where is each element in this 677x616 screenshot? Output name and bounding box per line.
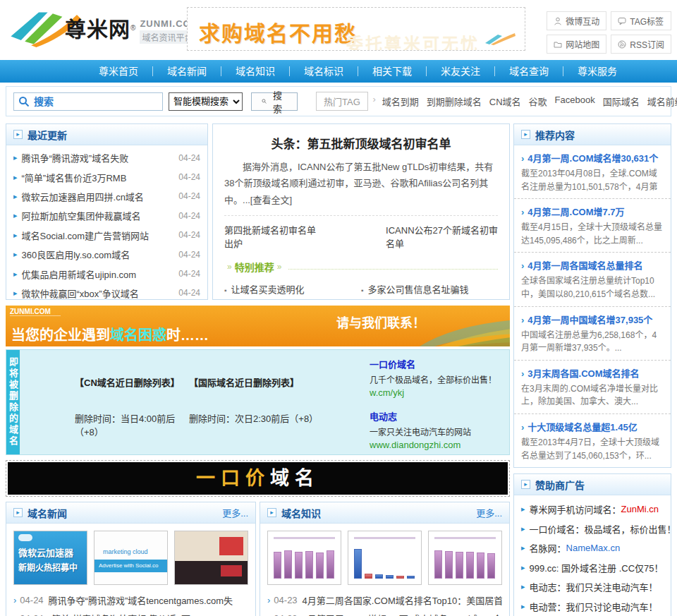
- nav-whois[interactable]: 域名查询: [495, 60, 563, 83]
- nav-logos[interactable]: 域名标识: [290, 60, 358, 83]
- arrow-icon: ›: [521, 153, 524, 164]
- list-item[interactable]: ▸360良医启用ly.so.com域名04-24: [13, 245, 200, 264]
- hot-tag[interactable]: Facebook: [555, 95, 595, 108]
- list-item[interactable]: ›04-24腾讯争夺“腾讯游戏”域名tencentgames.com失: [13, 591, 248, 609]
- recommend-entry[interactable]: ›4月第二周.COM增7.7万 截至4月15日，全球十大顶级域名总量达145,0…: [514, 199, 671, 253]
- search-icon: [18, 96, 30, 107]
- entry-title: 4月第一周各国域名总量排名: [527, 260, 642, 271]
- hot-tag[interactable]: 域名前缀: [647, 95, 677, 108]
- nav-knowledge[interactable]: 域名知识: [221, 60, 289, 83]
- chart-thumbnail[interactable]: [267, 531, 341, 585]
- hot-tags: 域名到期 到期删除域名 CN域名 谷歌 Facebook 国际域名 域名前缀: [382, 95, 677, 108]
- banner-swoosh-icon: [484, 32, 516, 46]
- news-thumbnail[interactable]: marketing cloud Advertise with Social.co: [94, 531, 168, 585]
- recommend-entry[interactable]: ›3月末周各国.COM域名排名 在3月末周的.COM域名净增长量对比上，除加美国…: [514, 361, 671, 414]
- recommend-entry[interactable]: ›十大顶级域名总量超1.45亿 截至2013年4月7日，全球十大顶级域名总量达到…: [514, 414, 671, 467]
- arrow-bullet-icon: ▸: [13, 173, 18, 182]
- sub-link[interactable]: ICANN公布27个新域名初审名单: [386, 223, 498, 250]
- list-item[interactable]: ▸一口价域名：极品域名，标价出售！: [521, 519, 664, 539]
- quick-link-label: 微博互动: [566, 15, 599, 27]
- more-link[interactable]: 更多...: [222, 506, 248, 519]
- list-item[interactable]: ▸“简单”域名售价近3万RMB04-24: [13, 167, 200, 186]
- thumb-caption: 微软云加速器: [18, 545, 83, 559]
- list-item[interactable]: ▸尊米网手机访问域名：ZunMi.cn: [521, 500, 664, 519]
- domain-knowledge-panel: ▸ 域名知识 更多... ›04-234月第二周各国家.C: [260, 502, 510, 616]
- ad-url-link[interactable]: www.diandongzhi.com: [370, 440, 526, 450]
- sub-link[interactable]: 第四批新域名初审名单出炉: [224, 223, 319, 250]
- list-item[interactable]: ›04-24“简单”拼音域名海外亮相 售价近3万RMB: [13, 609, 248, 616]
- more-link[interactable]: 更多...: [476, 506, 502, 519]
- intl-delete-title[interactable]: 【国际域名近日删除列表】: [189, 375, 365, 389]
- nav-home[interactable]: 尊米首页: [85, 60, 152, 83]
- header-ad-banner[interactable]: 求购域名不用愁 委托尊米可无忧: [187, 7, 525, 51]
- rss-icon: [618, 40, 626, 49]
- item-text: 999.cc: 国外域名注册 .CC仅75！: [530, 561, 664, 574]
- side-ads: 一口价域名 几千个极品域名，全部标价出售！ w.cm/ykj 电动志 一家只关注…: [365, 350, 526, 454]
- weibo-link[interactable]: 微博互动: [547, 11, 606, 30]
- chart-thumbnail[interactable]: [348, 531, 422, 585]
- arrow-bullet-icon: ▸: [521, 582, 525, 591]
- nav-friends[interactable]: 米友关注: [427, 60, 494, 83]
- headline-body[interactable]: 据海外消息，ICANN公布了第五批New gTLDs初审结果，共有38个新顶级域…: [224, 159, 498, 208]
- recommend-entry[interactable]: ›4月第一周中国域名增37,935个 中国域名注册总量为6,258,168个，4…: [514, 307, 671, 361]
- ad-url-link[interactable]: w.cm/ykj: [370, 387, 526, 398]
- rss-link[interactable]: RSS订阅: [611, 35, 671, 54]
- nav-services[interactable]: 尊米服务: [563, 60, 631, 83]
- list-item[interactable]: ▸域名Social.com建广告营销网站04-24: [13, 226, 200, 245]
- headline-title[interactable]: 头条：第五批新顶级域名初审名单: [224, 134, 498, 152]
- search-mode-select[interactable]: 智能模糊搜索: [169, 92, 243, 111]
- expiring-domains-panel: 即将被删除的域名 【CN域名近日删除列表】 删除时间：当日4:00前后（+8） …: [6, 349, 510, 455]
- ad-title[interactable]: 一口价域名: [370, 357, 526, 370]
- banner-left-text: 当您的企业遇到域名困惑时……: [11, 324, 209, 344]
- page-header: 尊米网 ® ZUNMI.COM 域名资讯平台 求购域名不用愁 委托尊米可无忧 微…: [0, 0, 677, 60]
- list-item[interactable]: ▸阿拉斯加航空集团仲裁赢域名04-24: [13, 206, 200, 225]
- list-item[interactable]: ▸腾讯争“腾讯游戏”域名失败04-24: [13, 148, 200, 167]
- entry-title: 4月第二周.COM增7.7万: [527, 207, 624, 217]
- item-date: 04-24: [178, 269, 200, 279]
- list-item[interactable]: ▸微软云加速器启用四拼.cn域名04-24: [13, 187, 200, 206]
- tag-link[interactable]: TAG标签: [611, 11, 671, 30]
- hot-tag[interactable]: 国际域名: [603, 95, 640, 108]
- list-item[interactable]: ›04-234月第二周各国家.COM域名排名Top10：美国居首: [267, 591, 502, 609]
- news-thumbnails: 微软云加速器 新期火热招募中 marketing cloud Advertise…: [6, 524, 255, 589]
- knowledge-thumbnails: [260, 524, 509, 589]
- list-item[interactable]: ▸名脉网：NameMax.cn: [521, 538, 664, 558]
- panel-arrow-icon: ▸: [13, 130, 23, 139]
- search-button[interactable]: 搜 索: [251, 92, 298, 111]
- list-item[interactable]: ▸电动志：我们只关注电动汽车！: [521, 577, 664, 597]
- chart-thumbnail[interactable]: [428, 531, 502, 585]
- nav-downloads[interactable]: 相关下载: [358, 60, 426, 83]
- sitemap-link[interactable]: 网站地图: [547, 35, 606, 54]
- list-item[interactable]: ▸999.cc: 国外域名注册 .CC仅75！: [521, 558, 664, 578]
- item-date: 04-23: [274, 613, 297, 616]
- recommend-entry[interactable]: ›4月第一周.COM域名增30,631个 截至2013年04月08日，全球.CO…: [514, 145, 671, 199]
- news-thumbnail[interactable]: 微软云加速器 新期火热招募中: [13, 531, 87, 585]
- arrow-bullet-icon: ▸: [521, 563, 525, 572]
- site-logo[interactable]: 尊米网 ® ZUNMI.COM 域名资讯平台: [7, 6, 199, 49]
- hot-tag[interactable]: 谷歌: [529, 95, 547, 108]
- panel-arrow-icon: ▸: [521, 480, 530, 489]
- list-item[interactable]: ▸电动营：我们只讨论电动汽车！: [521, 597, 664, 616]
- hot-tag[interactable]: 到期删除域名: [427, 95, 482, 108]
- list-item[interactable]: ▸微软仲裁赢回“xbox”争议域名04-24: [13, 284, 200, 303]
- recommend-entry[interactable]: ›4月第一周各国域名总量排名 全球各国家域名注册总量统计Top10中，美国以80…: [514, 253, 671, 306]
- hot-tag[interactable]: 域名到期: [382, 95, 419, 108]
- fixed-price-banner[interactable]: 一口价域名: [6, 460, 510, 497]
- hot-tag[interactable]: CN域名: [489, 95, 521, 108]
- news-thumbnail[interactable]: [174, 531, 248, 585]
- list-item[interactable]: ›04-234月第三周.COM增超7.8万 成人域名.XXX减133个: [267, 609, 502, 616]
- item-text: 一口价域名：极品域名，标价出售！: [530, 522, 676, 536]
- nav-news[interactable]: 域名新闻: [153, 60, 221, 83]
- cn-delete-title[interactable]: 【CN域名近日删除列表】: [75, 375, 182, 389]
- list-item[interactable]: ▪多家公司售信息名址骗钱: [361, 282, 498, 296]
- panel-arrow-icon: ▸: [521, 130, 530, 139]
- contact-ad-banner[interactable]: ZUNMI.COM 当您的企业遇到域名困惑时…… 请与我们联系！: [6, 306, 510, 346]
- read-more-link[interactable]: ...[查看全文]: [243, 195, 292, 205]
- search-input[interactable]: [13, 92, 163, 111]
- list-item[interactable]: ▪让域名买卖透明化: [224, 282, 361, 296]
- quick-links: 微博互动 TAG标签 网站地图 RSS订阅: [547, 11, 671, 54]
- arrow-bullet-icon: ▸: [13, 250, 18, 259]
- list-item[interactable]: ▸优集品启用新域名ujipin.com04-24: [13, 264, 200, 283]
- arrow-bullet-icon: ▸: [13, 270, 18, 279]
- ad-title[interactable]: 电动志: [370, 409, 526, 423]
